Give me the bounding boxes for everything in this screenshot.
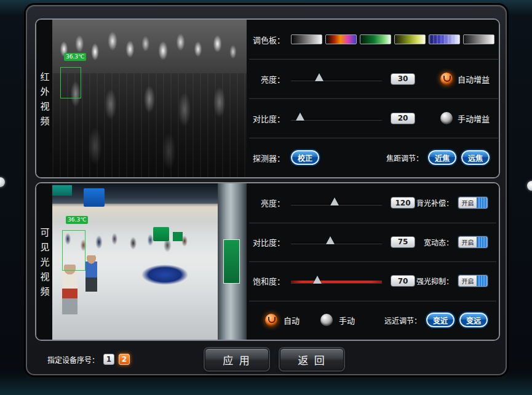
backlight-group: 背光补偿： 开启 [416,197,488,209]
vis-saturation-row: 饱和度： 70 强光抑制： 开启 [247,261,499,301]
scene-teal-sign [52,185,72,196]
palette-swatch-blue-purple[interactable] [429,34,460,44]
palette-swatches [291,34,494,44]
infrared-video-section: 红外视频 36.3℃ 调色板： [35,18,500,178]
scene-green-sign [153,227,169,241]
vis-contrast-label: 对比度： [247,236,285,248]
detector-label: 探测器： [247,152,285,164]
slider-track [291,242,382,244]
vis-brightness-label: 亮度： [247,197,285,209]
ir-brightness-slider[interactable] [291,73,382,85]
manual-gain-group: 手动增益 [440,112,490,124]
highlight-suppress-group: 强光抑制： 开启 [416,275,488,287]
near-focus-button[interactable]: 近焦 [428,150,456,165]
temperature-label: 36.3℃ [66,216,88,224]
manual-gain-label: 手动增益 [458,113,490,124]
ir-contrast-row: 对比度： 20 手动增益 [247,98,500,138]
camera-settings-screen: 红外视频 36.3℃ 调色板： [0,0,532,395]
footer-bar: 指定设备序号： 1 2 应 用 返 回 [35,346,500,373]
far-focus-button[interactable]: 远焦 [461,150,490,165]
device-number-label: 指定设备序号： [47,354,99,365]
ir-brightness-value[interactable]: 30 [391,73,415,85]
toggle-state-label: 开启 [459,237,477,247]
infrared-section-title: 红外视频 [36,20,52,177]
palette-swatch-green[interactable] [360,34,391,44]
auto-gain-label: 自动增益 [458,73,490,85]
thermal-crowd-scene [52,20,247,73]
wdr-toggle[interactable]: 开启 [458,236,488,248]
palette-swatch-iron-rainbow[interactable] [325,34,357,44]
thermal-floor-scene [52,73,247,177]
scene-green-sign-small [173,232,183,241]
vis-contrast-slider[interactable] [291,236,382,248]
detection-box [62,230,85,271]
visible-section-title: 可见光视频 [36,183,52,340]
backlight-toggle[interactable]: 开启 [458,197,488,209]
scene-person [62,265,77,321]
vis-brightness-slider[interactable] [291,197,382,209]
ir-contrast-value[interactable]: 20 [391,113,415,124]
infrared-controls: 调色板： 亮度： 30 [247,20,500,177]
scene-green-poster [223,239,240,283]
toggle-knob [477,276,487,286]
wdr-group: 宽动态： 开启 [424,236,488,248]
ir-brightness-row: 亮度： 30 自动增益 [247,59,500,98]
palette-swatch-light-gray[interactable] [463,34,494,44]
toggle-state-label: 开启 [459,198,477,208]
slider-thumb[interactable] [296,113,304,121]
palette-swatch-yellow-green[interactable] [394,34,426,44]
manual-mode-radio[interactable] [320,314,333,326]
slider-thumb[interactable] [326,236,335,244]
device-1-button[interactable]: 1 [103,354,114,365]
palette-swatch-grayscale[interactable] [291,34,322,44]
auto-mode-radio[interactable] [265,314,277,326]
slider-thumb[interactable] [313,276,322,284]
left-edge-handle[interactable] [0,177,5,187]
zoom-in-button[interactable]: 变近 [426,313,455,327]
wdr-label: 宽动态： [424,237,453,247]
vis-brightness-row: 亮度： 120 背光补偿： 开启 [247,183,499,223]
right-edge-handle[interactable] [527,181,532,191]
slider-thumb[interactable] [315,73,324,81]
ir-contrast-slider[interactable] [291,112,382,124]
toggle-state-label: 开启 [459,276,477,286]
visible-video-section: 可见光视频 36.3℃ 亮度： [35,182,500,341]
vis-saturation-value[interactable]: 70 [391,275,415,287]
slider-track [291,79,382,81]
vis-contrast-value[interactable]: 75 [391,236,415,248]
zoom-out-button[interactable]: 变远 [459,313,488,327]
vis-saturation-label: 饱和度： [247,275,285,287]
scene-person [85,255,97,296]
auto-mode-label: 自动 [284,314,300,326]
back-button[interactable]: 返 回 [280,348,344,370]
main-panel: 红外视频 36.3℃ 调色板： [26,5,507,375]
slider-track [291,118,382,120]
palette-label: 调色板： [247,34,285,46]
highlight-suppress-toggle[interactable]: 开启 [458,275,488,287]
temperature-label: 36.3℃ [64,53,86,61]
scene-blue-sign [84,188,105,207]
calibrate-button[interactable]: 校正 [291,150,319,165]
focus-group: 焦距调节： 近焦 远焦 [386,150,490,165]
visible-video-feed: 36.3℃ [52,183,247,340]
zoom-label: 远近调节： [384,315,421,325]
auto-gain-group: 自动增益 [440,73,490,85]
detection-box [60,67,82,98]
toggle-knob [477,237,487,247]
manual-gain-radio[interactable] [440,112,453,124]
infrared-video-feed: 36.3℃ [52,20,247,177]
vis-saturation-slider[interactable] [291,275,382,287]
vis-mode-row: 自动 手动 远近调节： 变近 变远 [247,301,499,340]
mode-group: 自动 手动 [265,314,355,326]
slider-thumb[interactable] [330,198,339,205]
toggle-knob [477,198,487,208]
ir-contrast-label: 对比度： [247,113,285,124]
backlight-label: 背光补偿： [416,198,453,208]
vis-brightness-value[interactable]: 120 [391,197,415,209]
zoom-group: 远近调节： 变近 变远 [384,313,488,327]
auto-gain-radio[interactable] [440,73,453,85]
device-2-button[interactable]: 2 [119,354,130,365]
ir-brightness-label: 亮度： [247,73,285,85]
vis-contrast-row: 对比度： 75 宽动态： 开启 [247,223,499,262]
apply-button[interactable]: 应 用 [205,348,269,370]
